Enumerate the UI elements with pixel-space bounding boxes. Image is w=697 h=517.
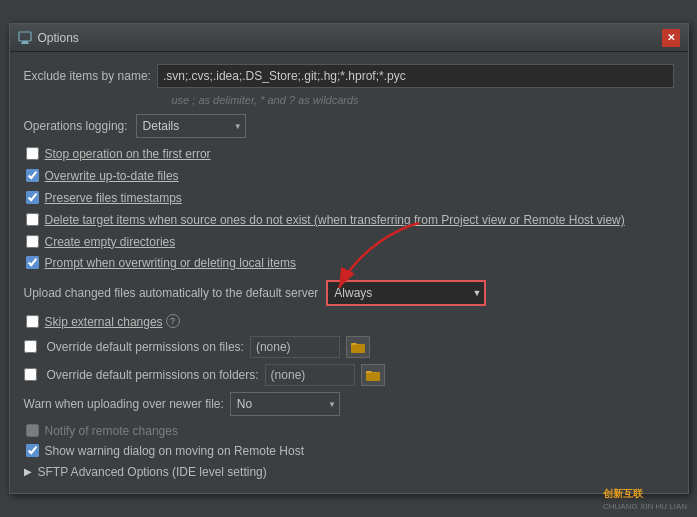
stop-operation-row: Stop operation on the first error <box>24 146 674 163</box>
warn-row: Warn when uploading over newer file: No … <box>24 392 674 416</box>
show-warning-checkbox[interactable] <box>26 444 39 457</box>
permissions-files-checkbox[interactable] <box>24 340 37 353</box>
delete-target-label[interactable]: Delete target items when source ones do … <box>45 212 625 229</box>
folder-icon-2 <box>366 369 380 381</box>
titlebar: Options ✕ <box>10 24 688 52</box>
preserve-timestamps-checkbox[interactable] <box>26 191 39 204</box>
delete-target-row: Delete target items when source ones do … <box>24 212 674 229</box>
logging-label: Operations logging: <box>24 119 128 133</box>
permissions-folders-input[interactable] <box>265 364 355 386</box>
permissions-files-browse[interactable] <box>346 336 370 358</box>
svg-rect-0 <box>19 32 31 41</box>
exclude-input[interactable] <box>157 64 674 88</box>
permissions-folders-label[interactable]: Override default permissions on folders: <box>47 368 259 382</box>
upload-row: Upload changed files automatically to th… <box>24 280 674 306</box>
prompt-overwriting-row: Prompt when overwriting or deleting loca… <box>24 255 674 272</box>
show-warning-row: Show warning dialog on moving on Remote … <box>24 443 674 460</box>
close-button[interactable]: ✕ <box>662 29 680 47</box>
exclude-label: Exclude items by name: <box>24 69 151 83</box>
delete-target-checkbox[interactable] <box>26 213 39 226</box>
warn-select[interactable]: No Yes <box>230 392 340 416</box>
skip-external-label[interactable]: Skip external changes <box>45 314 163 331</box>
permissions-folders-row: Override default permissions on folders: <box>24 364 674 386</box>
prompt-overwriting-label[interactable]: Prompt when overwriting or deleting loca… <box>45 255 296 272</box>
create-empty-dirs-checkbox[interactable] <box>26 235 39 248</box>
options-content: Exclude items by name: use ; as delimite… <box>10 52 688 492</box>
permissions-folders-browse[interactable] <box>361 364 385 386</box>
upload-select-wrapper[interactable]: Always Never On explicit save action <box>326 280 486 306</box>
notify-label[interactable]: Notify of remote changes <box>45 424 178 438</box>
preserve-timestamps-label[interactable]: Preserve files timestamps <box>45 190 182 207</box>
logging-row: Operations logging: Details Basic None <box>24 114 674 138</box>
overwrite-files-checkbox[interactable] <box>26 169 39 182</box>
sftp-label[interactable]: SFTP Advanced Options (IDE level setting… <box>38 465 267 479</box>
svg-rect-1 <box>22 41 28 43</box>
window-title: Options <box>38 31 79 45</box>
permissions-folders-checkbox[interactable] <box>24 368 37 381</box>
exclude-row: Exclude items by name: <box>24 64 674 88</box>
permissions-files-input[interactable] <box>250 336 340 358</box>
logging-select[interactable]: Details Basic None <box>136 114 246 138</box>
create-empty-dirs-label[interactable]: Create empty directories <box>45 234 176 251</box>
watermark: 创新互联 CHUANG XIN HU LIAN <box>603 487 687 511</box>
folder-icon <box>351 341 365 353</box>
permissions-files-label[interactable]: Override default permissions on files: <box>47 340 244 354</box>
upload-select[interactable]: Always Never On explicit save action <box>326 280 486 306</box>
pc-icon <box>18 31 32 45</box>
skip-external-checkbox[interactable] <box>26 315 39 328</box>
prompt-overwriting-checkbox[interactable] <box>26 256 39 269</box>
create-empty-dirs-row: Create empty directories <box>24 234 674 251</box>
exclude-hint: use ; as delimiter, * and ? as wildcards <box>172 94 674 106</box>
warn-label: Warn when uploading over newer file: <box>24 397 224 411</box>
overwrite-files-row: Overwrite up-to-date files <box>24 168 674 185</box>
svg-rect-3 <box>351 344 365 353</box>
overwrite-files-label[interactable]: Overwrite up-to-date files <box>45 168 179 185</box>
permissions-files-row: Override default permissions on files: <box>24 336 674 358</box>
upload-label: Upload changed files automatically to th… <box>24 286 319 300</box>
notify-row: Notify of remote changes <box>24 424 674 438</box>
svg-rect-2 <box>21 43 29 44</box>
sftp-arrow-icon: ▶ <box>24 466 32 477</box>
skip-external-row: Skip external changes ? <box>24 314 674 331</box>
show-warning-label[interactable]: Show warning dialog on moving on Remote … <box>45 443 304 460</box>
notify-checkbox[interactable] <box>26 424 39 437</box>
svg-rect-4 <box>366 372 380 381</box>
logging-select-wrapper[interactable]: Details Basic None <box>136 114 246 138</box>
stop-operation-label[interactable]: Stop operation on the first error <box>45 146 211 163</box>
sftp-row: ▶ SFTP Advanced Options (IDE level setti… <box>24 465 674 479</box>
warn-select-wrapper[interactable]: No Yes <box>230 392 340 416</box>
titlebar-left: Options <box>18 31 79 45</box>
options-window: Options ✕ Exclude items by name: use ; a… <box>9 23 689 493</box>
preserve-timestamps-row: Preserve files timestamps <box>24 190 674 207</box>
skip-external-help[interactable]: ? <box>166 314 180 328</box>
stop-operation-checkbox[interactable] <box>26 147 39 160</box>
